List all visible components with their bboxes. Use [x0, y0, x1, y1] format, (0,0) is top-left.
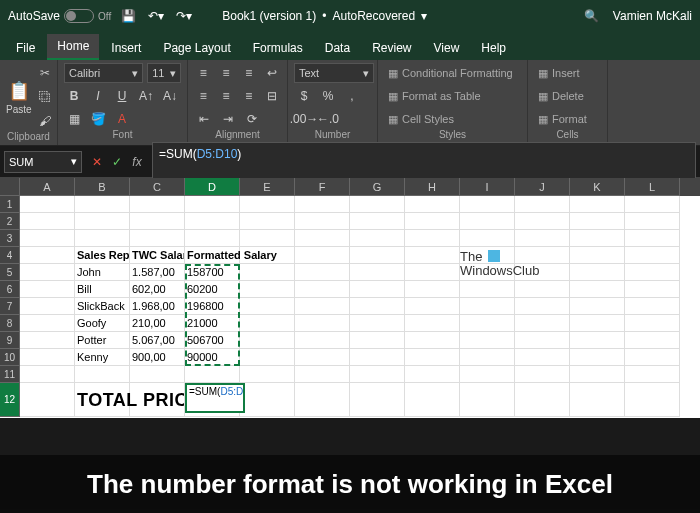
redo-icon[interactable]: ↷▾ — [176, 9, 192, 23]
cell[interactable]: 210,00 — [130, 315, 185, 332]
cell[interactable] — [75, 196, 130, 213]
decrease-font-icon[interactable]: A↓ — [160, 86, 180, 106]
cell[interactable] — [240, 213, 295, 230]
row-header[interactable]: 1 — [0, 196, 20, 213]
number-format-dropdown[interactable]: Text▾ — [294, 63, 374, 83]
cell[interactable]: TWC Salary — [130, 247, 185, 264]
cell[interactable] — [570, 247, 625, 264]
cell[interactable] — [295, 247, 350, 264]
tab-insert[interactable]: Insert — [101, 36, 151, 60]
cut-icon[interactable]: ✂ — [35, 63, 55, 83]
row-header[interactable]: 2 — [0, 213, 20, 230]
cell[interactable] — [405, 213, 460, 230]
col-header[interactable]: F — [295, 178, 350, 196]
col-header[interactable]: C — [130, 178, 185, 196]
cell[interactable] — [295, 213, 350, 230]
cell[interactable] — [515, 349, 570, 366]
cell[interactable] — [295, 315, 350, 332]
cell[interactable]: Bill — [75, 281, 130, 298]
cell[interactable]: Formatted Salary — [185, 247, 240, 264]
copy-icon[interactable]: ⿻ — [35, 87, 55, 107]
cell[interactable] — [130, 230, 185, 247]
wrap-text-icon[interactable]: ↩ — [262, 63, 281, 83]
tab-formulas[interactable]: Formulas — [243, 36, 313, 60]
cell[interactable] — [240, 247, 295, 264]
cell[interactable] — [625, 230, 680, 247]
cell[interactable] — [460, 315, 515, 332]
cell[interactable] — [20, 281, 75, 298]
currency-icon[interactable]: $ — [294, 86, 314, 106]
cell[interactable] — [625, 247, 680, 264]
border-icon[interactable]: ▦ — [64, 109, 84, 129]
col-header[interactable]: A — [20, 178, 75, 196]
cell[interactable] — [240, 281, 295, 298]
cell[interactable] — [240, 230, 295, 247]
cell[interactable] — [240, 196, 295, 213]
cell[interactable] — [20, 230, 75, 247]
cell[interactable] — [20, 298, 75, 315]
col-header[interactable]: D — [185, 178, 240, 196]
cell[interactable] — [20, 366, 75, 383]
cell[interactable] — [295, 349, 350, 366]
col-header[interactable]: J — [515, 178, 570, 196]
cell[interactable]: 196800 — [185, 298, 240, 315]
cell[interactable] — [460, 213, 515, 230]
bold-button[interactable]: B — [64, 86, 84, 106]
cell[interactable] — [515, 298, 570, 315]
align-middle-icon[interactable]: ≡ — [217, 63, 236, 83]
cell[interactable] — [570, 230, 625, 247]
row-header[interactable]: 10 — [0, 349, 20, 366]
cell[interactable] — [570, 332, 625, 349]
autosave-toggle[interactable]: AutoSave Off — [8, 9, 111, 23]
cell[interactable] — [20, 264, 75, 281]
cell[interactable] — [350, 315, 405, 332]
align-left-icon[interactable]: ≡ — [194, 86, 213, 106]
undo-icon[interactable]: ↶▾ — [148, 9, 164, 23]
cell[interactable] — [295, 366, 350, 383]
cell[interactable] — [350, 247, 405, 264]
paste-button[interactable]: 📋 Paste — [6, 80, 32, 115]
cell[interactable] — [350, 281, 405, 298]
cell[interactable] — [515, 230, 570, 247]
cell[interactable] — [185, 213, 240, 230]
row-header[interactable]: 3 — [0, 230, 20, 247]
tab-review[interactable]: Review — [362, 36, 421, 60]
cell[interactable] — [625, 196, 680, 213]
cell[interactable] — [570, 298, 625, 315]
cell[interactable] — [130, 213, 185, 230]
formula-bar[interactable]: =SUM(D5:D10) — [152, 142, 696, 182]
cell[interactable] — [570, 315, 625, 332]
cell[interactable]: Sales Rep — [75, 247, 130, 264]
cancel-icon[interactable]: ✕ — [88, 153, 106, 171]
col-header[interactable]: H — [405, 178, 460, 196]
align-top-icon[interactable]: ≡ — [194, 63, 213, 83]
cell[interactable] — [350, 298, 405, 315]
row-header[interactable]: 7 — [0, 298, 20, 315]
col-header[interactable]: I — [460, 178, 515, 196]
cell[interactable] — [130, 383, 185, 417]
fx-icon[interactable]: fx — [128, 153, 146, 171]
cell[interactable] — [460, 230, 515, 247]
insert-cells-button[interactable]: ▦Insert — [534, 63, 601, 83]
row-header[interactable]: 4 — [0, 247, 20, 264]
cell[interactable] — [240, 366, 295, 383]
cell[interactable] — [460, 366, 515, 383]
cell[interactable] — [20, 349, 75, 366]
comma-icon[interactable]: , — [342, 86, 362, 106]
cell[interactable] — [460, 383, 515, 417]
row-header[interactable]: 5 — [0, 264, 20, 281]
cell[interactable] — [350, 213, 405, 230]
cell[interactable] — [460, 196, 515, 213]
align-right-icon[interactable]: ≡ — [240, 86, 259, 106]
cell[interactable]: 21000 — [185, 315, 240, 332]
select-all-corner[interactable] — [0, 178, 20, 196]
cell[interactable] — [515, 366, 570, 383]
col-header[interactable]: L — [625, 178, 680, 196]
cell[interactable] — [405, 247, 460, 264]
cell[interactable] — [350, 196, 405, 213]
cell[interactable] — [240, 315, 295, 332]
font-size-dropdown[interactable]: 11▾ — [147, 63, 181, 83]
cell[interactable] — [20, 315, 75, 332]
align-bottom-icon[interactable]: ≡ — [240, 63, 259, 83]
cell[interactable] — [295, 230, 350, 247]
